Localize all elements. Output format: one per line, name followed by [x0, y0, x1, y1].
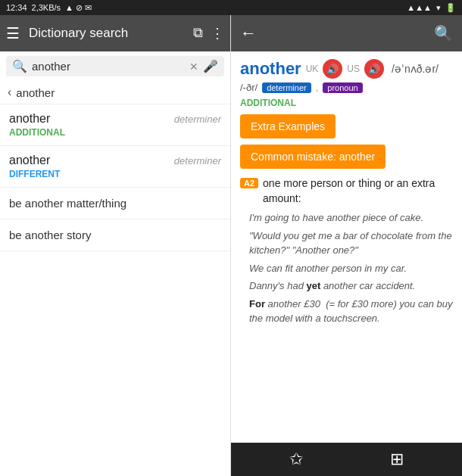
audio-us-button[interactable]: 🔊 [364, 59, 384, 79]
bottom-bar: ✩ ⊞ [231, 443, 462, 476]
grid-button[interactable]: ⊞ [386, 445, 408, 474]
phonetic-text: /əˈnʌð.ər/ [392, 63, 439, 75]
back-row[interactable]: ‹ another [0, 81, 230, 104]
level-badge: A2 [240, 178, 258, 188]
copy-icon[interactable]: ⧉ [193, 25, 203, 42]
right-header: ← 🔍 [231, 15, 462, 51]
common-mistake-button[interactable]: Common mistake: another [240, 145, 386, 169]
result-word-2: another [9, 154, 50, 167]
hamburger-icon[interactable]: ☰ [6, 24, 20, 42]
time-left: 12:34 [6, 3, 27, 12]
kb-left: 2,3KB/s [32, 3, 61, 12]
comma-sep: , [316, 82, 319, 93]
mic-icon[interactable]: 🎤 [203, 59, 218, 73]
region-us: US [347, 64, 360, 74]
tag-determiner: determiner [262, 82, 311, 93]
example-2: "Would you get me a bar of chocolate fro… [249, 229, 453, 258]
example-4: Danny's had yet another car accident. [249, 278, 453, 294]
phrase-text-2: be another story [9, 229, 91, 241]
icons-left: ▲ ⊘ ✉ [65, 3, 92, 13]
header-action-icons: ⧉ ⋮ [193, 25, 224, 42]
region-uk: UK [306, 64, 319, 74]
right-content: another UK 🔊 US 🔊 /əˈnʌð.ər/ /-ðr/ deter… [231, 51, 462, 443]
grid-icon: ⊞ [390, 450, 404, 468]
result-pos-2: determiner [174, 155, 221, 166]
example-5: For another £30 (= for £30 more) you can… [249, 297, 453, 326]
result-label-1: ADDITIONAL [9, 127, 221, 138]
left-panel-title: Dictionary search [29, 26, 184, 41]
back-word-label: another [16, 86, 55, 99]
result-pos-1: determiner [174, 114, 221, 125]
extra-examples-button[interactable]: Extra Examples [240, 114, 336, 138]
right-back-button[interactable]: ← [240, 23, 257, 43]
search-input[interactable] [32, 60, 185, 73]
status-bar-left: 12:34 2,3KB/s ▲ ⊘ ✉ [0, 0, 231, 15]
additional-label: ADDITIONAL [240, 98, 453, 108]
phonetic-alt: /-ðr/ [240, 82, 258, 93]
phrase-text-1: be another matter/thing [9, 197, 126, 210]
left-header: ☰ Dictionary search ⧉ ⋮ [0, 15, 230, 51]
audio-uk-button[interactable]: 🔊 [323, 59, 342, 79]
sense-definition: one more person or thing or an extra amo… [263, 176, 453, 206]
phrase-item-2[interactable]: be another story [0, 219, 230, 251]
back-arrow-icon: ‹ [8, 86, 11, 99]
bookmark-icon: ✩ [289, 450, 303, 468]
tag-pronoun: pronoun [323, 82, 362, 93]
result-item-2[interactable]: another determiner DIFFERENT [0, 146, 230, 188]
result-item-1[interactable]: another determiner ADDITIONAL [0, 104, 230, 146]
right-search-button[interactable]: 🔍 [434, 24, 453, 42]
bookmark-button[interactable]: ✩ [285, 445, 307, 474]
example-1: I'm going to have another piece of cake. [249, 210, 453, 226]
search-icon: 🔍 [12, 59, 27, 73]
more-icon[interactable]: ⋮ [211, 25, 224, 42]
word-header: another UK 🔊 US 🔊 /əˈnʌð.ər/ [240, 59, 453, 79]
result-label-2: DIFFERENT [9, 169, 221, 179]
speaker-icon-us: 🔊 [368, 64, 380, 75]
example-3: We can fit another person in my car. [249, 261, 453, 276]
phrase-item-1[interactable]: be another matter/thing [0, 188, 230, 219]
search-bar: 🔍 ✕ 🎤 [6, 56, 224, 76]
word-title: another [240, 59, 301, 79]
status-bar-right-left-panel: ▲▲▲ ▾ 🔋 [231, 0, 462, 15]
result-word-1: another [9, 112, 50, 126]
sense-header: A2 one more person or thing or an extra … [240, 176, 453, 206]
speaker-icon-uk: 🔊 [326, 64, 339, 75]
clear-icon[interactable]: ✕ [189, 61, 198, 73]
pos-row: /-ðr/ determiner , pronoun [240, 82, 453, 93]
